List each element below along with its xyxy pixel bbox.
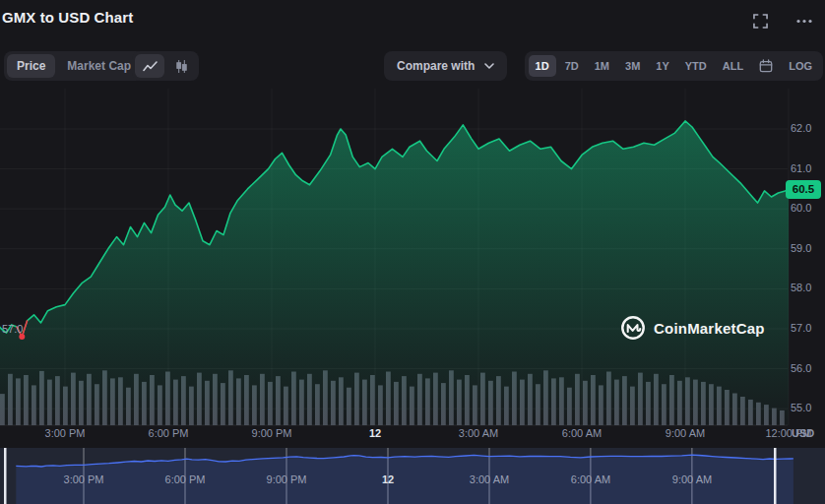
line-chart-icon[interactable] xyxy=(135,54,164,78)
range-1m[interactable]: 1M xyxy=(588,55,616,77)
compare-with-button[interactable]: Compare with xyxy=(384,51,507,81)
chevron-down-icon xyxy=(484,63,494,69)
metric-toggle: Price Market Cap xyxy=(4,51,144,81)
log-toggle[interactable]: LOG xyxy=(782,55,819,77)
calendar-icon[interactable] xyxy=(752,55,780,77)
y-axis-label: 60.0 xyxy=(791,202,811,214)
y-axis-label: 55.0 xyxy=(791,402,811,413)
y-axis-label: 56.0 xyxy=(791,362,811,374)
range-selector: 1D 7D 1M 3M 1Y YTD ALL LOG xyxy=(525,51,823,81)
x-axis-label: 12 xyxy=(369,427,381,439)
more-icon[interactable] xyxy=(792,10,817,32)
y-axis-label: 57.0 xyxy=(791,322,811,334)
usd-axis-label: USD xyxy=(792,427,814,439)
x-axis-label: 9:00 AM xyxy=(666,427,705,439)
navigator-label: 12 xyxy=(382,473,394,485)
x-axis-label: 9:00 PM xyxy=(252,427,292,439)
page-title: GMX to USD Chart xyxy=(2,9,133,26)
chart-type-toggle xyxy=(132,51,199,81)
current-price-badge: 60.5 xyxy=(786,180,821,199)
watermark: CoinMarketCap xyxy=(620,315,765,341)
x-axis-label: 3:00 AM xyxy=(459,427,498,439)
coinmarketcap-logo-icon xyxy=(620,315,646,341)
navigator-handle-right[interactable] xyxy=(774,448,777,504)
range-all[interactable]: ALL xyxy=(716,55,750,77)
open-price-label: 57.0 xyxy=(2,323,23,335)
navigator-handle-left[interactable] xyxy=(4,448,7,504)
navigator-label: 9:00 AM xyxy=(672,473,712,485)
navigator-label: 9:00 PM xyxy=(267,473,307,485)
x-axis-label: 3:00 PM xyxy=(45,427,86,439)
navigator-label: 3:00 AM xyxy=(470,473,509,485)
range-3m[interactable]: 3M xyxy=(618,55,647,77)
market-cap-tab[interactable]: Market Cap xyxy=(57,54,141,78)
range-7d[interactable]: 7D xyxy=(558,55,586,77)
y-axis-label: 61.0 xyxy=(791,162,811,174)
range-ytd[interactable]: YTD xyxy=(678,55,714,77)
y-axis-label: 58.0 xyxy=(791,282,811,293)
navigator-label: 3:00 PM xyxy=(64,473,104,485)
compare-with-label: Compare with xyxy=(397,59,475,73)
watermark-text: CoinMarketCap xyxy=(654,320,765,337)
price-tab[interactable]: Price xyxy=(7,54,55,78)
range-1d[interactable]: 1D xyxy=(529,55,556,77)
open-price-marker xyxy=(19,334,25,340)
x-axis-label: 6:00 AM xyxy=(562,427,602,439)
x-axis-label: 6:00 PM xyxy=(149,427,189,439)
fullscreen-icon[interactable] xyxy=(749,10,772,32)
y-axis-label: 59.0 xyxy=(791,242,811,254)
navigator-label: 6:00 PM xyxy=(165,473,206,485)
navigator-label: 6:00 AM xyxy=(571,473,610,485)
range-1y[interactable]: 1Y xyxy=(649,55,675,77)
candlestick-icon[interactable] xyxy=(166,54,196,78)
y-axis-label: 62.0 xyxy=(791,122,811,134)
price-chart[interactable] xyxy=(0,89,825,428)
